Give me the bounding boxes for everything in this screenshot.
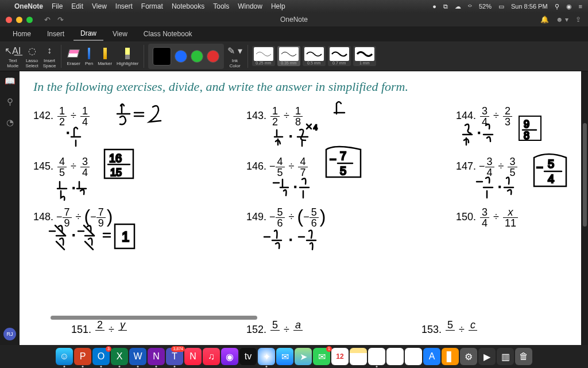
svg-text:16: 16 bbox=[109, 152, 122, 164]
thickness-picker: 0.25 mm 0.35 mm 0.5 mm 0.7 mm 1 mm bbox=[252, 46, 376, 66]
macos-menubar: OneNote File Edit View Insert Format Not… bbox=[0, 0, 588, 13]
tab-insert[interactable]: Insert bbox=[40, 28, 71, 40]
color-picker[interactable] bbox=[148, 44, 224, 69]
wifi-icon[interactable]: ⌔ bbox=[468, 3, 472, 10]
note-canvas[interactable]: In the following exercises, divide, and … bbox=[20, 71, 586, 345]
menu-view[interactable]: View bbox=[92, 2, 107, 10]
dock-appletv[interactable]: tv bbox=[239, 348, 257, 365]
svg-text:·: · bbox=[294, 182, 296, 191]
menu-file[interactable]: File bbox=[52, 2, 63, 10]
eraser-button[interactable]: Eraser bbox=[65, 47, 82, 66]
battery-icon[interactable]: ▭ bbox=[498, 3, 504, 10]
redo-button[interactable]: ↷ bbox=[57, 16, 64, 24]
account-icon[interactable]: ☻ ▾ bbox=[556, 16, 568, 24]
horizontal-scrollbar[interactable] bbox=[51, 316, 257, 320]
dock-news[interactable]: N bbox=[184, 348, 202, 365]
undo-button[interactable]: ↶ bbox=[44, 16, 51, 24]
siri-icon[interactable]: ◉ bbox=[566, 3, 572, 10]
dock-reminders[interactable]: ≡ bbox=[386, 348, 404, 365]
color-red[interactable] bbox=[207, 50, 219, 63]
problem-143: 143. 12 ÷ 18 bbox=[246, 106, 304, 127]
marker-button[interactable]: Marker bbox=[96, 47, 113, 66]
thickness-3[interactable]: 0.7 mm bbox=[328, 46, 351, 66]
cloud-icon[interactable]: ☁ bbox=[455, 3, 461, 10]
dock-desktop[interactable]: ▥ bbox=[497, 348, 514, 365]
vertical-scrollbar-thumb[interactable] bbox=[583, 123, 587, 227]
tab-draw[interactable]: Draw bbox=[74, 27, 103, 41]
share-icon[interactable]: ⇪ bbox=[575, 16, 581, 24]
svg-text:1: 1 bbox=[122, 229, 129, 244]
dock-outlook[interactable]: O3 bbox=[92, 348, 110, 365]
problem-151: 151. 2 ÷ y bbox=[71, 320, 128, 341]
lasso-select-button[interactable]: ◌Lasso Select bbox=[24, 44, 39, 68]
color-blue[interactable] bbox=[175, 50, 187, 63]
problem-149: 149. −56 ÷ (−56) bbox=[246, 207, 326, 228]
dock-books[interactable]: ▋ bbox=[442, 348, 459, 365]
dock-appstore[interactable]: A bbox=[423, 348, 440, 365]
ribbon: ↖A͟IText Mode ◌Lasso Select ↕Insert Spac… bbox=[0, 41, 588, 71]
dock-maps[interactable]: ➤ bbox=[295, 348, 312, 365]
app-name[interactable]: OneNote bbox=[14, 2, 43, 10]
tab-view[interactable]: View bbox=[106, 28, 134, 40]
dock-music[interactable]: ♫ bbox=[203, 348, 220, 365]
control-center-icon[interactable]: ≡ bbox=[579, 3, 582, 10]
menu-help[interactable]: Help bbox=[271, 2, 285, 10]
text-mode-button[interactable]: ↖A͟IText Mode bbox=[3, 44, 22, 68]
battery-pct[interactable]: 52% bbox=[479, 3, 492, 10]
user-avatar[interactable]: RJ bbox=[3, 328, 16, 340]
tab-class-notebook[interactable]: Class Notebook bbox=[137, 28, 199, 40]
thickness-1[interactable]: 0.35 mm bbox=[277, 46, 300, 66]
dock-trash[interactable]: 🗑 bbox=[515, 348, 532, 365]
macos-dock: ☺PO3XWNT3,874N♫◉tv✦✉➤✉112◉≡✣A▋⚙▶▥🗑 bbox=[0, 345, 588, 368]
ribbon-tabs: Home Insert Draw View Class Notebook bbox=[0, 26, 588, 41]
dock-chrome[interactable]: ◉ bbox=[368, 348, 385, 365]
dock-messages[interactable]: ✉1 bbox=[313, 348, 330, 365]
dock-teams[interactable]: T3,874 bbox=[166, 348, 183, 365]
spotlight-icon[interactable]: ⚲ bbox=[555, 3, 559, 10]
close-window[interactable] bbox=[6, 17, 12, 23]
svg-text:·: · bbox=[289, 131, 292, 141]
menu-window[interactable]: Window bbox=[238, 2, 262, 10]
thickness-2[interactable]: 0.5 mm bbox=[303, 46, 326, 66]
record-icon[interactable]: ● bbox=[432, 3, 436, 10]
highlighter-button[interactable]: Highlighter bbox=[115, 47, 140, 66]
dock-powerpoint[interactable]: P bbox=[74, 348, 91, 365]
notifications-icon[interactable]: 🔔 bbox=[540, 16, 549, 24]
menu-notebooks[interactable]: Notebooks bbox=[172, 2, 204, 10]
dock-excel[interactable]: X bbox=[111, 348, 128, 365]
menu-insert[interactable]: Insert bbox=[115, 2, 133, 10]
current-color-swatch[interactable] bbox=[153, 47, 171, 66]
menu-format[interactable]: Format bbox=[141, 2, 163, 10]
menu-edit[interactable]: Edit bbox=[71, 2, 83, 10]
dock-safari[interactable]: ✦ bbox=[258, 348, 275, 365]
ink-color-button[interactable]: ✎ ▾Ink Color bbox=[226, 44, 243, 68]
notebooks-icon[interactable]: 📖 bbox=[5, 76, 16, 86]
tab-home[interactable]: Home bbox=[6, 28, 38, 40]
dock-mail[interactable]: ✉ bbox=[276, 348, 293, 365]
dropbox-icon[interactable]: ⧉ bbox=[443, 3, 448, 10]
clock[interactable]: Sun 8:56 PM bbox=[511, 3, 548, 10]
minimize-window[interactable] bbox=[16, 17, 22, 23]
dock-onenote[interactable]: N bbox=[148, 348, 165, 365]
dock-calendar[interactable]: 12 bbox=[331, 348, 349, 365]
color-green[interactable] bbox=[191, 50, 203, 63]
dock-video[interactable]: ▶ bbox=[478, 348, 496, 365]
recent-icon[interactable]: ◔ bbox=[6, 117, 14, 128]
svg-text:−: − bbox=[330, 153, 336, 166]
vertical-scrollbar-track[interactable] bbox=[581, 71, 588, 345]
menu-tools[interactable]: Tools bbox=[213, 2, 229, 10]
problem-144: 144. 34 ÷ 23 bbox=[456, 106, 513, 127]
thickness-4[interactable]: 1 mm bbox=[353, 46, 376, 66]
dock-word[interactable]: W bbox=[129, 348, 146, 365]
maximize-window[interactable] bbox=[26, 17, 33, 23]
insert-space-button[interactable]: ↕Insert Space bbox=[42, 44, 57, 68]
dock-podcasts[interactable]: ◉ bbox=[221, 348, 238, 365]
pen-button[interactable]: Pen bbox=[84, 47, 94, 66]
dock-finder[interactable]: ☺ bbox=[56, 348, 73, 365]
dock-notes[interactable] bbox=[350, 348, 367, 365]
dock-settings[interactable]: ⚙ bbox=[460, 348, 477, 365]
search-icon[interactable]: ⚲ bbox=[7, 97, 13, 107]
thickness-0[interactable]: 0.25 mm bbox=[252, 46, 275, 66]
svg-text:7: 7 bbox=[340, 150, 346, 162]
dock-photos[interactable]: ✣ bbox=[405, 348, 422, 365]
